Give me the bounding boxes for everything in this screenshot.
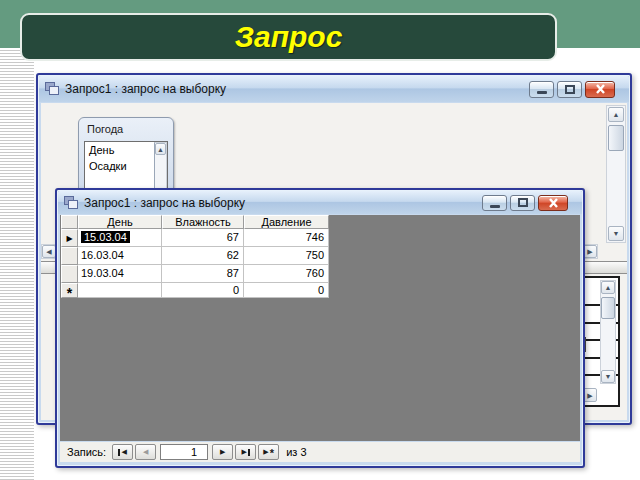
slide-title: Запрос — [235, 20, 343, 54]
maximize-button[interactable] — [557, 81, 582, 98]
table-header-row: День Влажность Давление — [61, 215, 329, 229]
first-record-icon — [118, 449, 120, 456]
cell-day[interactable]: 19.03.04 — [78, 265, 162, 283]
current-record-input[interactable] — [160, 444, 208, 460]
row-selector[interactable]: ▶ — [61, 229, 78, 247]
scroll-right-icon[interactable]: ▶ — [583, 245, 597, 258]
query-design-window-title: Запрос1 : запрос на выборку — [65, 82, 524, 96]
cell-pressure[interactable]: 750 — [244, 247, 329, 265]
new-record-icon: * — [67, 290, 72, 296]
cell-humidity[interactable]: 87 — [162, 265, 244, 283]
close-button[interactable] — [585, 81, 615, 98]
next-record-button[interactable]: ▶ — [212, 444, 233, 460]
close-icon — [548, 198, 559, 208]
close-button[interactable] — [538, 195, 568, 211]
cell-humidity[interactable]: 0 — [162, 283, 244, 298]
caption-buttons — [482, 195, 568, 211]
close-icon — [595, 84, 606, 94]
table-new-record-row: * 0 0 — [61, 283, 329, 298]
first-record-button[interactable]: ◀ — [112, 444, 133, 460]
slide-title-banner: Запрос — [20, 13, 557, 61]
minimize-icon — [537, 91, 547, 94]
slide-left-stripe-decoration — [0, 48, 34, 480]
scroll-up-icon[interactable]: ▲ — [608, 107, 624, 122]
scroll-up-icon[interactable]: ▲ — [155, 143, 166, 155]
scroll-right-icon[interactable]: ▶ — [583, 388, 597, 402]
last-record-icon — [248, 449, 250, 456]
maximize-icon — [565, 85, 575, 94]
scroll-left-icon[interactable]: ◀ — [42, 245, 56, 258]
previous-record-button[interactable]: ◀ — [135, 444, 156, 460]
table-row: ▶ 15.03.04 67 746 — [61, 229, 329, 247]
current-record-arrow-icon: ▶ — [66, 230, 72, 247]
slide: Запрос Запрос1 : запрос на выборку Погод… — [0, 0, 640, 480]
design-grid-vscrollbar[interactable]: ▲ ▼ — [600, 280, 616, 384]
selected-cell-value: 15.03.04 — [81, 231, 130, 243]
scroll-down-icon[interactable]: ▼ — [601, 370, 615, 383]
table-row: 19.03.04 87 760 — [61, 265, 329, 283]
cell-pressure[interactable]: 746 — [244, 229, 329, 247]
cell-day[interactable] — [78, 283, 162, 298]
table-row: 16.03.04 62 750 — [61, 247, 329, 265]
datasheet-window-title: Запрос1 : запрос на выборку — [84, 196, 477, 210]
new-record-icon: * — [270, 447, 274, 459]
query-datasheet-window: Запрос1 : запрос на выборку День Влажнос… — [55, 188, 585, 468]
datasheet-client-area: День Влажность Давление ▶ 15.03.04 67 74… — [60, 215, 580, 441]
caption-buttons — [529, 81, 615, 98]
minimize-button[interactable] — [529, 81, 554, 98]
scroll-thumb[interactable] — [608, 125, 624, 151]
datasheet-table: День Влажность Давление ▶ 15.03.04 67 74… — [61, 215, 329, 298]
cell-day[interactable]: 16.03.04 — [78, 247, 162, 265]
scroll-thumb[interactable] — [601, 297, 615, 319]
record-nav-label: Запись: — [67, 446, 106, 458]
cell-pressure[interactable]: 0 — [244, 283, 329, 298]
query-icon — [44, 82, 60, 96]
row-selector[interactable] — [61, 247, 78, 265]
cell-day[interactable]: 15.03.04 — [78, 229, 162, 247]
column-header-pressure[interactable]: Давление — [244, 215, 329, 229]
row-selector[interactable]: * — [61, 283, 78, 298]
new-record-button[interactable]: ▶* — [258, 444, 279, 460]
maximize-button[interactable] — [510, 195, 535, 211]
field-list-title: Погода — [79, 118, 173, 138]
record-navigation-bar: Запись: ◀ ◀ ▶ ▶ ▶* из 3 — [60, 442, 580, 462]
column-header-day[interactable]: День — [78, 215, 162, 229]
maximize-icon — [518, 198, 528, 207]
cell-humidity[interactable]: 67 — [162, 229, 244, 247]
minimize-icon — [490, 205, 500, 208]
last-record-button[interactable]: ▶ — [235, 444, 256, 460]
datasheet-titlebar[interactable]: Запрос1 : запрос на выборку — [58, 191, 582, 214]
column-header-humidity[interactable]: Влажность — [162, 215, 244, 229]
query-design-titlebar[interactable]: Запрос1 : запрос на выборку — [39, 76, 629, 102]
top-pane-vscrollbar[interactable]: ▲ ▼ — [606, 105, 626, 243]
cell-pressure[interactable]: 760 — [244, 265, 329, 283]
minimize-button[interactable] — [482, 195, 507, 211]
row-selector[interactable] — [61, 265, 78, 283]
query-icon — [63, 196, 79, 210]
scroll-down-icon[interactable]: ▼ — [608, 226, 624, 241]
record-count-label: из 3 — [286, 446, 306, 458]
select-all-cell[interactable] — [61, 215, 78, 229]
scroll-up-icon[interactable]: ▲ — [601, 281, 615, 294]
cell-humidity[interactable]: 62 — [162, 247, 244, 265]
